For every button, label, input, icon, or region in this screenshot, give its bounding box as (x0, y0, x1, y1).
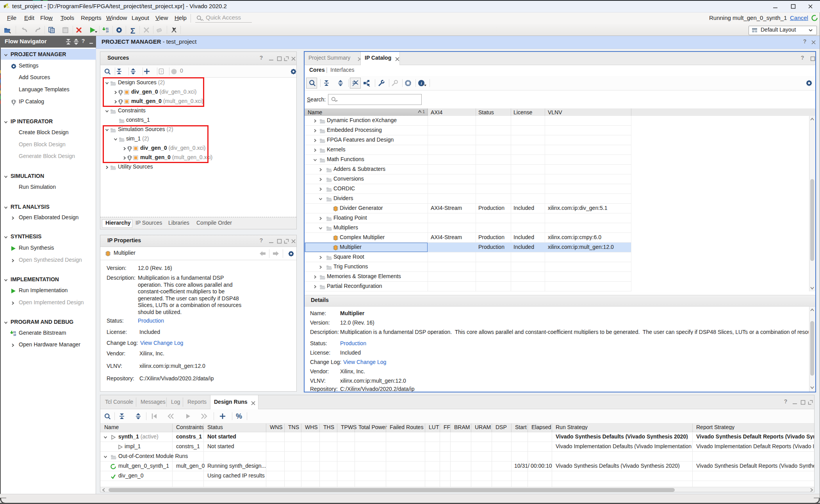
svg-text:10: 10 (106, 30, 109, 33)
svg-text:01: 01 (13, 331, 16, 334)
svg-text:?: ? (160, 70, 162, 74)
svg-text:01: 01 (106, 27, 109, 30)
svg-text:10: 10 (13, 334, 16, 336)
